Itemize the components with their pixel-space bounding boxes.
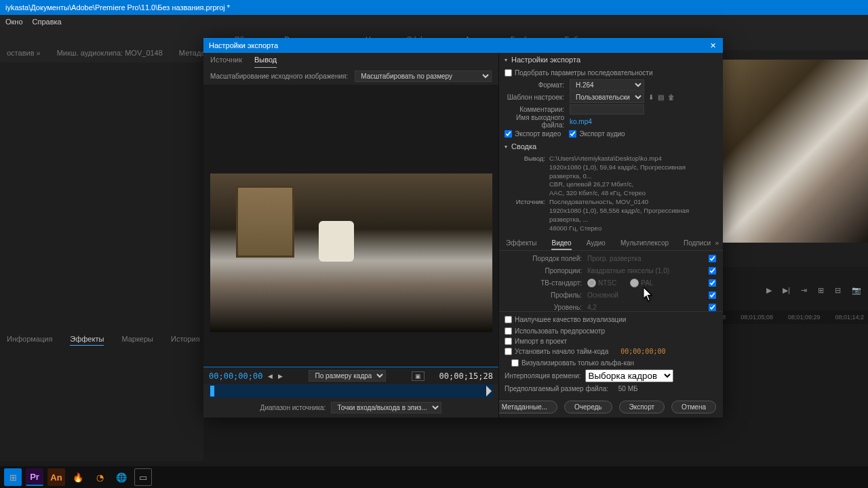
tab-markers[interactable]: Маркеры <box>121 335 153 346</box>
tab-history[interactable]: История <box>171 335 200 346</box>
queue-button[interactable]: Очередь <box>564 401 612 413</box>
preview-tabs: Источник Вывод <box>203 53 498 68</box>
subtab-overflow-icon[interactable]: » <box>715 239 719 249</box>
chevron-down-icon: ▾ <box>505 144 507 150</box>
source-range-label: Диапазон источника: <box>260 404 326 411</box>
save-preset-icon[interactable]: ⬇ <box>648 94 654 101</box>
dialog-titlebar[interactable]: Настройки экспорта ✕ <box>203 38 723 53</box>
taskbar-app3-icon[interactable]: 🔥 <box>69 468 87 486</box>
step-forward-icon[interactable]: ▶| <box>783 286 790 295</box>
interp-select[interactable]: Выборка кадров <box>585 369 673 382</box>
field-order-label: Порядок полей: <box>506 255 587 262</box>
pal-radio[interactable] <box>630 279 639 287</box>
taskbar-start-icon[interactable]: ⊞ <box>4 468 22 486</box>
scale-select[interactable]: Масштабировать по размеру <box>355 70 492 82</box>
import-preset-icon[interactable]: ▤ <box>658 94 664 101</box>
subtab-audio[interactable]: Аудио <box>587 239 606 250</box>
tab-source-preview[interactable]: Источник <box>210 56 242 68</box>
menu-bar: Окно Справка <box>0 15 868 28</box>
program-controls: ▶ ▶| ⇥ ⊞ ⊟ 📷 <box>766 286 861 295</box>
lower-left-tabs: Информация Эффекты Маркеры История » <box>7 335 222 346</box>
tv-standard-label: ТВ-стандарт: <box>506 279 587 287</box>
preview-scrub-bar[interactable] <box>209 384 493 398</box>
source-range-select[interactable]: Точки входа/выхода в эпиз... <box>331 402 441 413</box>
extract-icon[interactable]: ⊟ <box>835 286 841 295</box>
field-order-lock-checkbox[interactable] <box>709 255 716 262</box>
export-button[interactable]: Экспорт <box>619 401 665 413</box>
menu-help[interactable]: Справка <box>33 18 62 26</box>
level-lock-checkbox[interactable] <box>709 304 716 311</box>
taskbar-premiere-icon[interactable]: Pr <box>26 468 43 486</box>
subtab-video[interactable]: Видео <box>551 239 571 250</box>
tab-audio-mixer[interactable]: Микш. аудиоклипа: MOV_0148 <box>57 49 163 57</box>
mark-in-icon[interactable]: ⇥ <box>801 286 807 295</box>
ruler-tick: 08;01;09;29 <box>788 314 821 321</box>
export-audio-label: Экспорт аудио <box>579 130 625 138</box>
level-label: Уровень: <box>506 304 587 311</box>
match-sequence-label: Подобрать параметры последовательности <box>515 69 653 77</box>
taskbar-browser-icon[interactable]: 🌐 <box>113 468 130 486</box>
tab-effects[interactable]: Эффекты <box>70 335 104 346</box>
program-monitor-preview <box>723 60 868 243</box>
tab-output-preview[interactable]: Вывод <box>254 56 277 68</box>
step-fwd-icon[interactable]: ▶ <box>278 373 283 380</box>
footer-options: Наилучшее качество визуализации Использо… <box>499 311 723 396</box>
export-video-label: Экспорт видео <box>515 130 561 138</box>
export-video-checkbox[interactable] <box>505 130 512 138</box>
set-timecode-checkbox[interactable] <box>505 348 512 355</box>
comments-label: Комментарии: <box>505 106 570 113</box>
profile-lock-checkbox[interactable] <box>709 291 716 299</box>
step-back-icon[interactable]: ◀ <box>268 373 273 380</box>
play-icon[interactable]: ▶ <box>766 286 772 295</box>
comments-input[interactable] <box>570 104 644 115</box>
source-panel-tabs: оставив » Микш. аудиоклипа: MOV_0148 Мет… <box>0 43 230 62</box>
lift-icon[interactable]: ⊞ <box>818 286 824 295</box>
ntsc-radio[interactable] <box>587 279 596 287</box>
timecode-start-value[interactable]: 00;00;00;00 <box>620 348 665 355</box>
metadata-button[interactable]: Метаданные... <box>499 401 557 413</box>
tab-info[interactable]: Информация <box>7 335 52 346</box>
delete-preset-icon[interactable]: 🗑 <box>668 94 675 101</box>
taskbar[interactable]: ⊞ Pr An 🔥 ◔ 🌐 ▭ <box>0 466 868 488</box>
timecode-in[interactable]: 00;00;00;00 <box>209 371 262 381</box>
summary-header[interactable]: ▾Сводка <box>499 140 723 153</box>
aspect-value: Квадратные пикселы (1,0) <box>587 267 669 274</box>
crop-icon[interactable]: ▣ <box>412 371 425 381</box>
aspect-lock-checkbox[interactable] <box>709 267 716 274</box>
dialog-title: Настройки экспорта <box>209 41 278 49</box>
close-icon[interactable]: ✕ <box>708 41 717 50</box>
format-select[interactable]: H.264 <box>570 79 644 91</box>
match-sequence-checkbox[interactable] <box>505 69 512 77</box>
output-name-label: Имя выходного файла: <box>505 114 570 129</box>
export-frame-icon[interactable]: 📷 <box>852 286 861 295</box>
tv-lock-checkbox[interactable] <box>709 279 716 287</box>
field-order-value: Прогр. развертка <box>587 255 642 262</box>
subtab-effects[interactable]: Эффекты <box>506 239 536 250</box>
estimate-value: 50 МБ <box>618 385 638 392</box>
use-preview-checkbox[interactable] <box>505 327 512 335</box>
menu-window[interactable]: Окно <box>5 18 23 26</box>
export-settings-dialog: Настройки экспорта ✕ Источник Вывод Масш… <box>203 38 723 418</box>
settings-sub-tabs: Эффекты Видео Аудио Мультиплексор Подпис… <box>499 237 723 251</box>
preset-select[interactable]: Пользовательский <box>570 92 644 103</box>
dialog-preview-pane: Источник Вывод Масштабирование исходного… <box>203 53 499 418</box>
import-project-checkbox[interactable] <box>505 338 512 345</box>
fit-select[interactable]: По размеру кадра <box>309 370 386 382</box>
cancel-button[interactable]: Отмена <box>671 401 716 413</box>
max-quality-checkbox[interactable] <box>505 316 512 323</box>
alpha-only-checkbox[interactable] <box>511 359 519 367</box>
taskbar-animate-icon[interactable]: An <box>47 468 65 486</box>
taskbar-blender-icon[interactable]: ◔ <box>91 468 108 486</box>
output-name-link[interactable]: ko.mp4 <box>570 118 592 125</box>
subtab-captions[interactable]: Подписи <box>684 239 711 250</box>
preview-transport: 00;00;00;00 ◀ ▶ По размеру кадра ▣ 00;00… <box>203 367 498 384</box>
export-settings-header[interactable]: ▾Настройки экспорта <box>499 53 723 66</box>
tab-source[interactable]: оставив » <box>7 49 41 57</box>
export-audio-checkbox[interactable] <box>569 130 576 138</box>
subtab-mux[interactable]: Мультиплексор <box>620 239 669 250</box>
scale-label: Масштабирование исходного изображения: <box>210 73 348 80</box>
aspect-label: Пропорции: <box>506 267 587 274</box>
summary-block: Вывод:C:\Users\Artemiykasta\Desktop\ko.m… <box>499 153 723 237</box>
taskbar-explorer-icon[interactable]: ▭ <box>134 468 152 486</box>
timecode-out: 00;00;15;28 <box>439 371 493 381</box>
